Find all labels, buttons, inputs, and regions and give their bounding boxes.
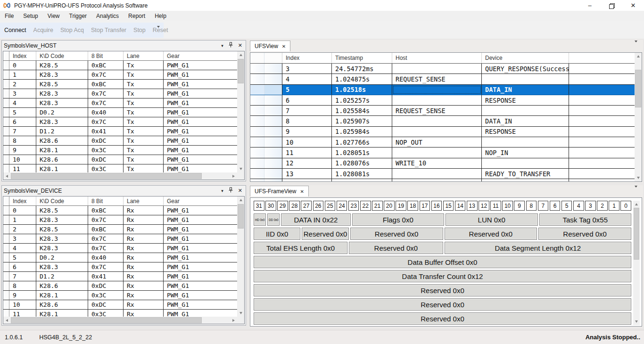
symbols-host-cell[interactable]: 0x3C — [88, 146, 124, 155]
symbols-host-cell[interactable]: 0x3C — [88, 164, 124, 172]
symbols-device-cell[interactable]: Rx — [124, 206, 164, 215]
ufs-row[interactable]: 51.02518sDATA_IN — [250, 85, 635, 95]
symbols-host-cell[interactable]: 0xDC — [88, 136, 124, 145]
symbols-host-cell[interactable]: PWM_G1 — [164, 70, 237, 79]
symbols-device-cell[interactable]: Rx — [124, 234, 164, 243]
symbols-device-cell[interactable]: PWM_G1 — [164, 272, 237, 281]
ufs-cell-index[interactable]: 10 — [282, 137, 332, 147]
symbols-device-cell[interactable]: PWM_G1 — [164, 253, 237, 262]
ufs-cell-index[interactable]: 7 — [282, 106, 332, 115]
symbols-host-cell[interactable]: Tx — [124, 61, 164, 70]
toolbar-button-stop[interactable]: Stop — [133, 27, 146, 33]
marker-cell[interactable] — [264, 106, 282, 115]
menu-item-report[interactable]: Report — [124, 11, 150, 21]
expander-cell[interactable] — [250, 147, 264, 157]
symbols-host-cell[interactable]: 5 — [9, 108, 36, 117]
ufs-cell-index[interactable]: 11 — [282, 147, 332, 157]
symbols-device-cell[interactable]: Rx — [124, 253, 164, 262]
ufs-cell-host[interactable] — [392, 95, 482, 105]
scroll-left-icon[interactable] — [3, 172, 10, 180]
symbols-host-cell[interactable]: Tx — [124, 117, 164, 126]
symbols-host-cell[interactable]: D1.2 — [36, 127, 88, 136]
symbols-host-cell[interactable]: 0x7C — [88, 70, 124, 79]
window-list-icon[interactable] — [635, 42, 640, 51]
scroll-down-icon[interactable] — [635, 174, 642, 181]
menu-item-view[interactable]: View — [43, 11, 65, 21]
frame-field-cell[interactable]: Flags 0x0 — [352, 213, 445, 226]
symbols-device-cell[interactable]: K28.5 — [36, 206, 88, 215]
symbols-device-cell[interactable]: 0xBC — [88, 206, 124, 215]
symbols-host-row[interactable]: 8K28.60xDCTxPWM_G1 — [3, 136, 237, 146]
symbols-host-row[interactable]: 11K28.10x3CTxPWM_G1 — [3, 164, 237, 172]
symbols-device-cell[interactable]: Rx — [124, 215, 164, 224]
close-tab-icon[interactable]: ✕ — [282, 44, 286, 49]
ufs-cell-host[interactable] — [392, 116, 482, 126]
ufs-cell-index[interactable]: 9 — [282, 127, 332, 137]
ufs-cell-index[interactable]: 6 — [282, 95, 332, 105]
toolbar-button-stop-transfer[interactable]: Stop Transfer — [91, 27, 126, 33]
ufs-cell-timestamp[interactable]: 1.028051s — [332, 147, 392, 157]
symbols-device-cell[interactable]: PWM_G1 — [164, 215, 237, 224]
row-header-cell[interactable] — [3, 225, 9, 234]
symbols-host-cell[interactable]: 2 — [9, 80, 36, 89]
row-header-cell[interactable] — [3, 108, 9, 117]
scroll-up-icon[interactable] — [237, 197, 244, 204]
symbols-host-cell[interactable]: 4 — [9, 98, 36, 107]
symbols-device-cell[interactable]: 0x7C — [88, 262, 124, 271]
frame-field-cell[interactable]: Reserved 0x0 — [349, 242, 443, 254]
symbols-host-cell[interactable]: Tx — [124, 146, 164, 155]
scroll-down-icon[interactable] — [237, 310, 244, 317]
row-header-cell[interactable] — [3, 98, 9, 107]
scroll-down-icon[interactable] — [237, 165, 244, 172]
symbols-host-cell[interactable]: PWM_G1 — [164, 136, 237, 145]
panel-menu-icon[interactable]: ▾ — [221, 188, 223, 193]
ufs-cell-host[interactable]: WRITE_10 — [392, 158, 482, 168]
ufs-cell-blank[interactable] — [569, 137, 635, 147]
marker-cell[interactable] — [264, 169, 282, 179]
symbols-host-cell[interactable]: D0.2 — [36, 108, 88, 117]
symbols-host-cell[interactable]: K28.1 — [36, 146, 88, 155]
row-header-cell[interactable] — [3, 89, 9, 98]
ufs-cell-host[interactable] — [392, 179, 482, 181]
symbols-device-cell[interactable]: PWM_G1 — [164, 291, 237, 300]
symbols-device-cell[interactable]: Rx — [124, 310, 164, 317]
symbols-host-row[interactable]: 6K28.30x7CTxPWM_G1 — [3, 117, 237, 127]
ufs-cell-timestamp[interactable]: 1.025584s — [332, 106, 392, 115]
frame-field-cell[interactable]: Reserved 0x0 — [254, 284, 631, 296]
symbols-device-cell[interactable]: D0.2 — [36, 253, 88, 262]
symbols-device-row[interactable]: 5D0.20x40RxPWM_G1 — [3, 253, 237, 262]
scroll-up-icon[interactable] — [237, 51, 244, 58]
ufs-row[interactable]: 111.028051sNOP_IN — [250, 147, 635, 158]
ufs-cell-index[interactable]: 3 — [282, 64, 332, 74]
ufs-cell-index[interactable]: 12 — [282, 158, 332, 168]
symbols-host-cell[interactable]: 0x7C — [88, 98, 124, 107]
ufs-cell-timestamp[interactable]: 1.025984s — [332, 127, 392, 137]
symbols-host-cell[interactable]: 0xDC — [88, 155, 124, 164]
ufs-cell-timestamp[interactable]: 1.027766s — [332, 137, 392, 147]
panel-menu-icon[interactable]: ▾ — [221, 43, 223, 48]
symbols-device-cell[interactable]: PWM_G1 — [164, 244, 237, 253]
window-list-icon[interactable] — [635, 188, 640, 196]
ufs-cell-device[interactable]: QUERY_RESPONSE(Success) — [482, 64, 569, 74]
frame-field-cell[interactable]: Reserved 0x0 — [254, 298, 631, 311]
symbols-host-cell[interactable]: K28.3 — [36, 70, 88, 79]
ufs-cell-device[interactable]: NOP_IN — [482, 147, 569, 157]
expander-cell[interactable] — [250, 64, 264, 74]
ufs-cell-host[interactable] — [392, 147, 482, 157]
ufs-row[interactable]: 131.028081sREADY_TO_TRANSFER — [250, 169, 635, 179]
marker-cell[interactable] — [264, 179, 282, 181]
ufs-cell-blank[interactable] — [569, 116, 635, 126]
frame-field-cell[interactable]: Reserved 0x0 — [350, 228, 443, 240]
marker-cell[interactable] — [264, 147, 282, 157]
ufs-cell-device[interactable]: RESPONSE — [482, 95, 569, 105]
symbols-host-cell[interactable]: 9 — [9, 146, 36, 155]
frame-field-cell[interactable]: IID 0x0 — [254, 228, 300, 240]
toolbar-button-connect[interactable]: Connect — [4, 27, 26, 33]
ufs-cell-timestamp[interactable]: 1.028081s — [332, 179, 392, 181]
symbols-host-cell[interactable]: Tx — [124, 155, 164, 164]
menu-item-help[interactable]: Help — [150, 11, 171, 21]
expander-cell[interactable] — [250, 179, 264, 181]
expander-cell[interactable] — [250, 95, 264, 105]
ufs-cell-host[interactable]: REQUEST_SENSE — [392, 74, 482, 84]
symbols-device-row[interactable]: 4K28.30x7CRxPWM_G1 — [3, 244, 237, 253]
